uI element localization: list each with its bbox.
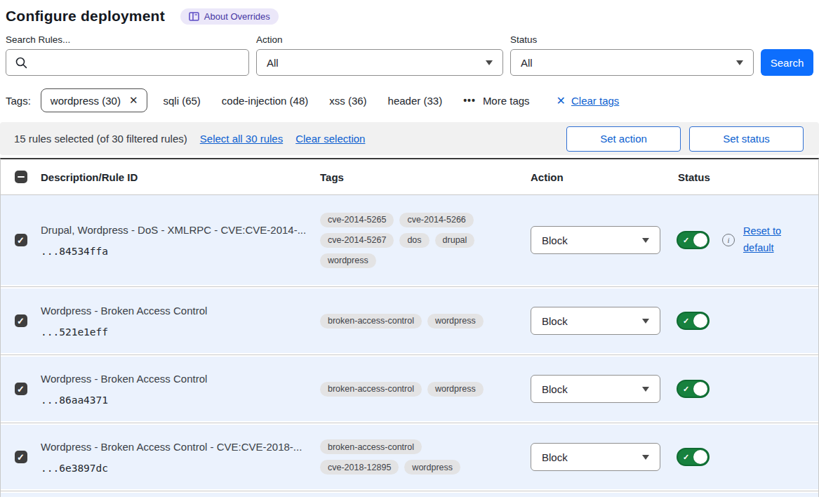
selection-bar: 15 rules selected (of 30 filtered rules)… (0, 122, 819, 155)
action-dropdown[interactable]: Block (531, 375, 660, 403)
status-label: Status (510, 34, 754, 45)
toggle-knob (693, 450, 707, 464)
check-icon: ✓ (683, 237, 689, 244)
about-overrides-label: About Overrides (204, 11, 270, 22)
chevron-down-icon (642, 455, 649, 460)
chevron-down-icon (642, 238, 649, 243)
status-toggle[interactable]: ✓ (677, 448, 710, 466)
search-field: Search Rules... (6, 34, 249, 76)
table-row: ✓ Wordpress - Broken Access Control - CV… (1, 425, 818, 489)
more-tags-button[interactable]: ••• More tags (463, 95, 529, 107)
tag-pill: dos (399, 233, 429, 248)
tag-pill: cve-2014-5266 (399, 213, 473, 227)
search-label: Search Rules... (6, 34, 249, 45)
action-dropdown-value: Block (542, 383, 568, 395)
book-icon (189, 12, 199, 21)
search-input-shell[interactable] (6, 49, 249, 76)
next-row-partial (1, 493, 818, 497)
select-all-link[interactable]: Select all 30 rules (200, 133, 283, 145)
action-dropdown-value: Block (542, 234, 568, 246)
status-toggle[interactable]: ✓ (677, 231, 710, 249)
selection-summary: 15 rules selected (of 30 filtered rules) (14, 133, 187, 145)
select-all-checkbox[interactable] (15, 171, 27, 183)
selected-tag-wordpress[interactable]: wordpress (30) ✕ (41, 88, 148, 112)
rule-id: ...84534ffa (41, 246, 310, 257)
tags-label: Tags: (6, 95, 31, 107)
tag-pill: cve-2018-12895 (320, 460, 399, 475)
tag-pill: cve-2014-5267 (320, 233, 394, 248)
search-button[interactable]: Search (761, 49, 813, 76)
tag-option[interactable]: xss (36) (329, 95, 366, 107)
set-action-button[interactable]: Set action (566, 126, 681, 152)
set-status-button[interactable]: Set status (689, 126, 804, 152)
reset-to-default-link[interactable]: Reset to default (743, 223, 788, 257)
clear-selection-link[interactable]: Clear selection (295, 133, 365, 145)
page-title: Configure deployment (6, 8, 165, 25)
action-select-value: All (267, 57, 279, 69)
check-icon: ✓ (683, 385, 689, 393)
remove-tag-icon[interactable]: ✕ (129, 94, 138, 107)
row-checkbox[interactable]: ✓ (15, 383, 27, 395)
rule-id: ...521e1eff (41, 326, 310, 338)
tags-bar: Tags: wordpress (30) ✕ sqli (65)code-inj… (0, 76, 819, 122)
clear-tags-label: Clear tags (571, 95, 619, 107)
search-icon (15, 56, 28, 72)
clear-icon: ✕ (557, 94, 566, 107)
chevron-down-icon (486, 60, 493, 65)
ellipsis-icon: ••• (463, 95, 476, 106)
table-row: ✓ Drupal, Wordpress - DoS - XMLRPC - CVE… (1, 195, 818, 285)
about-overrides-badge[interactable]: About Overrides (180, 8, 279, 25)
action-dropdown-value: Block (542, 315, 568, 327)
check-icon: ✓ (683, 453, 689, 461)
action-field: Action All (256, 34, 503, 76)
tag-pill: cve-2014-5265 (320, 213, 394, 227)
more-tags-label: More tags (483, 95, 530, 107)
filter-row: Search Rules... Action All Status All Se… (0, 29, 819, 76)
tag-pill: wordpress (427, 314, 484, 329)
rule-description: Wordpress - Broken Access Control (41, 372, 310, 386)
clear-tags-link[interactable]: ✕ Clear tags (557, 94, 620, 107)
action-label: Action (256, 34, 503, 45)
tag-pill: wordpress (427, 382, 484, 397)
tag-pill: broken-access-control (320, 439, 422, 454)
action-dropdown[interactable]: Block (531, 307, 660, 335)
status-toggle[interactable]: ✓ (677, 380, 710, 398)
page-header: Configure deployment About Overrides (0, 0, 819, 29)
tag-option[interactable]: header (33) (388, 95, 443, 107)
column-header-status: Status (671, 171, 818, 183)
column-header-action: Action (531, 171, 671, 183)
chevron-down-icon (642, 319, 649, 324)
tag-option[interactable]: sqli (65) (163, 95, 200, 107)
status-toggle[interactable]: ✓ (677, 312, 710, 330)
toggle-knob (693, 382, 707, 396)
action-dropdown-value: Block (542, 451, 568, 463)
rule-tags: broken-access-controlwordpress (320, 314, 495, 329)
row-checkbox[interactable]: ✓ (15, 451, 27, 463)
rule-id: ...6e3897dc (41, 463, 310, 474)
tag-options: sqli (65)code-injection (48)xss (36)head… (163, 95, 463, 107)
chevron-down-icon (642, 387, 649, 392)
info-icon[interactable]: i (722, 234, 735, 246)
selected-tag-label: wordpress (30) (51, 95, 121, 107)
rule-description: Wordpress - Broken Access Control - CVE:… (41, 440, 310, 454)
tag-pill: drupal (435, 233, 475, 248)
chevron-down-icon (736, 60, 743, 65)
row-checkbox[interactable]: ✓ (15, 314, 27, 327)
column-header-tags: Tags (320, 171, 531, 183)
tag-pill: wordpress (320, 253, 376, 268)
action-dropdown[interactable]: Block (531, 226, 660, 254)
action-dropdown[interactable]: Block (531, 443, 660, 471)
search-input[interactable] (6, 50, 248, 75)
tag-pill: broken-access-control (320, 314, 422, 329)
action-select[interactable]: All (256, 49, 503, 76)
rule-tags: broken-access-controlwordpress (320, 382, 495, 397)
status-select[interactable]: All (510, 49, 754, 76)
tag-pill: broken-access-control (320, 382, 422, 397)
status-select-value: All (521, 57, 533, 69)
tag-option[interactable]: code-injection (48) (222, 95, 308, 107)
rule-tags: broken-access-controlcve-2018-12895wordp… (320, 439, 495, 475)
rule-tags: cve-2014-5265cve-2014-5266cve-2014-5267d… (320, 213, 495, 268)
rule-id: ...86aa4371 (41, 394, 310, 406)
row-checkbox[interactable]: ✓ (15, 234, 27, 246)
status-field: Status All (510, 34, 754, 76)
